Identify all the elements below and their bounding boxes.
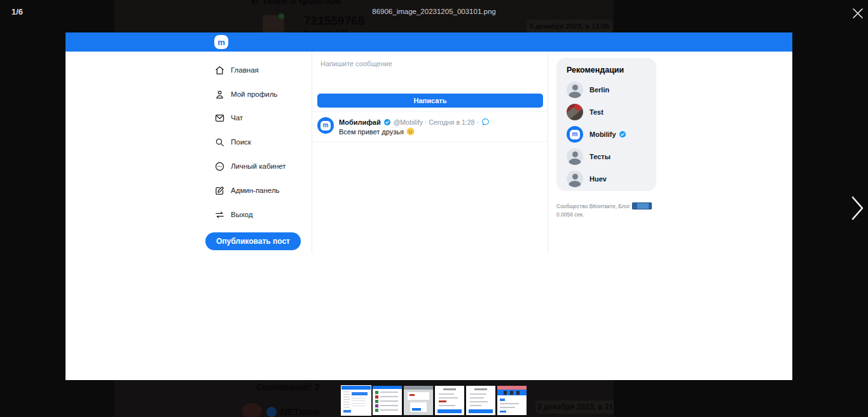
sidebar-item-label: Чат	[231, 114, 243, 122]
admin-panel-icon	[214, 185, 225, 196]
comment-icon[interactable]	[481, 118, 490, 126]
user-photo-avatar	[567, 104, 583, 120]
composer-input[interactable]	[320, 60, 537, 67]
default-avatar-icon	[567, 81, 583, 98]
app-logo-icon[interactable]: m	[214, 35, 228, 49]
divider	[312, 141, 548, 142]
dimmed-brand-logo	[266, 407, 277, 417]
recommendations-title: Рекомендации	[567, 66, 624, 74]
recommended-user-test[interactable]: Test	[567, 104, 603, 120]
thumbnail-6[interactable]	[497, 386, 527, 415]
dimmed-crest-logo	[242, 403, 262, 417]
post-author-avatar[interactable]: m	[317, 117, 334, 134]
verified-badge-icon	[619, 131, 626, 138]
sidebar-item-home[interactable]: Главная	[214, 64, 259, 76]
user-name: Тесты	[589, 153, 610, 160]
sidebar-item-label: Админ-панель	[231, 187, 280, 194]
write-post-button[interactable]: Написать	[317, 94, 543, 108]
thumbnail-5[interactable]	[466, 386, 495, 415]
app-logo-letter: m	[217, 38, 225, 46]
post-author-name[interactable]: Мобилифай	[339, 118, 381, 126]
user-name: Test	[589, 108, 603, 116]
publish-post-button[interactable]: Опубликовать пост	[205, 232, 301, 250]
dimmed-downloads: Скачиваний: 2	[256, 382, 320, 392]
home-icon	[214, 65, 225, 76]
logo-bubble-icon: m	[320, 121, 331, 131]
divider	[312, 111, 548, 112]
search-icon	[214, 137, 225, 148]
logout-icon	[214, 209, 225, 220]
smiley-emoji-icon	[406, 127, 415, 136]
sidebar-item-label: Главная	[231, 66, 259, 74]
dimmed-topic-text: В теме 6 файлов	[251, 0, 341, 7]
profile-icon	[214, 89, 225, 100]
thumbnail-strip	[341, 386, 527, 415]
thumbnail-4[interactable]	[435, 386, 464, 415]
chat-icon	[214, 113, 225, 124]
dimmed-date-chip: 5 декабря 2023, в 13:26	[527, 20, 612, 32]
close-button[interactable]	[848, 4, 867, 23]
sidebar-item-search[interactable]: Поиск	[214, 136, 251, 148]
sidebar-item-logout[interactable]: Выход	[214, 208, 252, 221]
sidebar-item-label: Личный кабинет	[231, 162, 286, 170]
recommended-user-berlin[interactable]: Berlin	[567, 81, 609, 98]
dimmed-brand: NETman	[280, 406, 319, 417]
thumbnail-3[interactable]	[404, 386, 433, 415]
recommended-user-mobilify[interactable]: m Mobilify	[567, 126, 626, 143]
recommended-user-huev[interactable]: Huev	[567, 171, 607, 187]
next-image-button[interactable]	[847, 192, 867, 224]
app-footer-links[interactable]: Сообщество ВКонтакте, Блог	[556, 202, 652, 209]
logo-avatar-icon: m	[567, 126, 583, 143]
verified-badge-icon	[383, 118, 391, 126]
sidebar-item-label: Выход	[231, 211, 252, 218]
default-avatar-icon	[567, 148, 583, 165]
dimmed-user-id: 721559768	[304, 14, 364, 28]
post-header: Мобилифай @Mobilify · Сегодня в 1:28 ·	[339, 118, 490, 126]
sidebar-item-chat[interactable]: Чат	[214, 111, 243, 124]
default-avatar-icon	[567, 171, 583, 187]
vk-counter-badge[interactable]	[632, 202, 652, 209]
close-icon	[848, 4, 867, 23]
sidebar-item-label: Мой профиль	[231, 90, 277, 98]
user-name: Berlin	[589, 86, 609, 94]
post-text: Всем привет друзья	[339, 127, 415, 136]
sidebar-item-profile[interactable]: Мой профиль	[214, 88, 277, 101]
viewed-image: m Главная Мой профиль Чат	[65, 32, 792, 380]
render-timing: 0.0056 сек.	[556, 211, 584, 218]
account-icon	[214, 161, 225, 172]
recommended-user-testy[interactable]: Тесты	[567, 148, 610, 165]
sidebar-item-admin[interactable]: Админ-панель	[214, 184, 280, 197]
user-name: Huev	[589, 175, 607, 183]
chevron-right-icon	[847, 192, 867, 224]
sidebar-item-label: Поиск	[231, 138, 251, 146]
user-name: Mobilify	[589, 131, 626, 138]
thumbnail-1[interactable]	[341, 386, 371, 415]
post-meta: @Mobilify · Сегодня в 1:28 ·	[394, 118, 479, 126]
dimmed-background-top: В теме 6 файлов 721559768 Рейтинг: 627 5…	[114, 0, 614, 32]
feed-column: Написать m Мобилифай @Mobilify · Сегодня…	[312, 52, 548, 253]
sidebar-item-account[interactable]: Личный кабинет	[214, 160, 286, 173]
thumbnail-2[interactable]	[373, 386, 402, 415]
dimmed-date-chip-bottom: 3 декабря 2023, в 21:32	[535, 400, 614, 414]
image-filename: 86906_image_20231205_003101.png	[0, 8, 868, 15]
app-navbar: m	[65, 32, 792, 52]
recommendations-card: Рекомендации Berlin Test m Mobilify	[556, 58, 656, 191]
